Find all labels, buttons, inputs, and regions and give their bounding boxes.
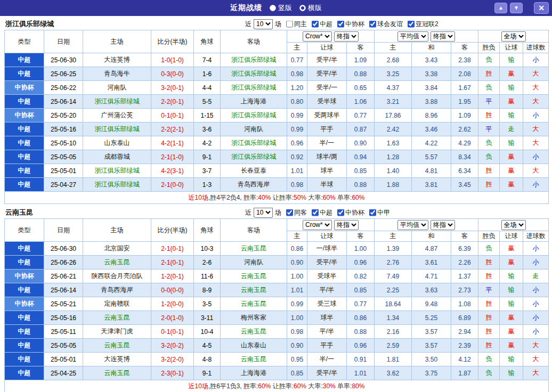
summary-segment: 近10场	[189, 382, 208, 390]
match-type-cell: 中超	[5, 150, 44, 164]
filter-checkbox[interactable]	[337, 20, 344, 27]
match-row: 中超25-06-14青岛西海岸0-0(0-0)8-9云南玉昆1.01平/半0.8…	[5, 283, 549, 297]
handicap-result-cell: 赢	[500, 311, 523, 325]
close-button[interactable]: ✕	[534, 2, 549, 14]
layout-radio-vertical[interactable]: 竖版	[270, 3, 292, 13]
col-header-type: 类型	[5, 219, 44, 242]
col-header-corners: 角球	[194, 219, 221, 242]
avg-draw-cell: 5.25	[412, 311, 451, 325]
corners-cell: 2-6	[194, 256, 221, 270]
filter-option[interactable]: 中协杯	[337, 208, 364, 217]
handicap-cell: 受半/一	[307, 81, 347, 95]
filter-option[interactable]: 球会友谊	[369, 19, 403, 28]
home-team-cell: 云南玉昆	[83, 366, 151, 380]
handicap-cell: 平手	[307, 339, 347, 353]
filter-option[interactable]: 同客	[286, 208, 307, 217]
match-row: 中超25-06-30北京国安2-1(0-1)10-3云南玉昆0.86一/球半1.…	[5, 242, 549, 256]
filter-checkbox[interactable]	[337, 209, 344, 216]
section-summary: 近10场,胜4平2负4, 胜率:40% 让胜率:50% 大率:60% 单率:60…	[5, 192, 549, 204]
match-row: 中超25-04-25云南玉昆2-3(0-1)9-1上海海港0.85受平/半1.0…	[5, 366, 549, 380]
result-cell: 胜	[478, 109, 500, 123]
filter-checkbox-label: 中超	[320, 19, 332, 28]
avg-draw-cell: 9.48	[412, 297, 451, 311]
match-type-cell: 中超	[5, 53, 44, 67]
match-type-cell: 中超	[5, 67, 44, 81]
average-select[interactable]: 平均值	[397, 220, 428, 230]
match-row: 中超25-05-16浙江俱乐部绿城2-2(2-1)3-6河南队0.99平手0.8…	[5, 123, 549, 136]
bookmaker-select[interactable]: Crow*	[303, 31, 332, 42]
away-odds-cell: 0.96	[347, 256, 375, 270]
goals-result-cell: 大	[523, 164, 549, 178]
corners-cell: 1-6	[194, 67, 221, 81]
filter-checkbox[interactable]	[286, 20, 293, 27]
corners-cell: 3-6	[194, 123, 221, 136]
score-cell: 4-2(3-1)	[151, 164, 194, 178]
summary-segment: 大率:	[306, 194, 323, 201]
scroll-down-button[interactable]: ▼	[510, 3, 523, 13]
layout-radio-horizontal[interactable]: 横版	[299, 3, 322, 13]
bookmaker-stage-select[interactable]: 终指	[334, 220, 359, 230]
results-table: 类型 日期 主场 比分(半场) 角球 客场 Crow*终指 平均值终指	[4, 30, 549, 204]
match-date-cell: 25-05-10	[44, 136, 83, 150]
filter-option[interactable]: 中协杯	[337, 19, 364, 28]
scope-select[interactable]: 全场	[501, 31, 526, 42]
match-date-cell: 25-05-05	[44, 150, 83, 164]
filter-option[interactable]: 亚冠联2	[408, 19, 439, 28]
filter-option[interactable]: 中超	[312, 19, 332, 28]
home-odds-cell: 1.00	[287, 270, 307, 283]
summary-segment: 单率:	[336, 382, 352, 390]
avg-home-cell: 18.64	[375, 297, 412, 311]
match-type-cell: 中超	[5, 178, 44, 192]
away-odds-cell: 1.09	[347, 53, 375, 67]
scroll-up-button[interactable]: ▲	[494, 3, 507, 13]
filter-checkbox[interactable]	[312, 209, 319, 216]
home-odds-cell: 1.01	[287, 164, 307, 178]
avg-home-cell: 1.88	[375, 178, 412, 192]
match-count-select[interactable]: 10	[254, 207, 273, 217]
subcol-home-odds: 主	[287, 43, 307, 53]
avg-home-cell: 3.25	[375, 67, 412, 81]
filter-checkbox[interactable]	[286, 209, 293, 216]
filter-option[interactable]: 中甲	[369, 208, 390, 217]
filter-checkbox[interactable]	[312, 20, 319, 27]
corners-cell: 4-2	[194, 136, 221, 150]
corners-cell: 4-5	[194, 339, 221, 353]
average-stage-select[interactable]: 终指	[431, 31, 455, 42]
filter-checkbox[interactable]	[369, 209, 376, 216]
score-cell: 1-2(0-1)	[151, 270, 194, 283]
filter-checkbox[interactable]	[369, 20, 376, 27]
score-cell: 0-1(0-1)	[151, 325, 194, 339]
filter-checkbox-label: 中协杯	[345, 208, 364, 217]
bookmaker-stage-select[interactable]: 终指	[334, 31, 359, 42]
avg-away-cell: 2.62	[451, 123, 478, 136]
subcol-handicap-result: 让球	[500, 231, 523, 242]
match-count-select[interactable]: 10	[254, 19, 273, 29]
home-team-cell: 陕西联合月亮泊队	[83, 270, 151, 283]
avg-home-cell: 7.49	[375, 270, 412, 283]
match-row: 中超25-05-01浙江俱乐部绿城4-2(3-1)3-7长春亚泰1.01球半0.…	[5, 164, 549, 178]
filter-option[interactable]: 中超	[312, 208, 332, 217]
match-date-cell: 25-06-26	[44, 256, 83, 270]
home-team-cell: 天津津门虎	[83, 325, 151, 339]
match-type-cell: 中超	[5, 95, 44, 109]
average-stage-select[interactable]: 终指	[431, 220, 455, 230]
col-header-corners: 角球	[194, 30, 221, 53]
score-cell: 3-2(0-1)	[151, 81, 194, 95]
score-cell: 2-1(0-1)	[151, 256, 194, 270]
bookmaker-select[interactable]: Crow*	[303, 220, 332, 230]
average-select[interactable]: 平均值	[397, 31, 428, 42]
filter-checkbox[interactable]	[408, 20, 415, 27]
filter-option[interactable]: 同主	[286, 19, 307, 28]
section-summary: 近10场,胜6平1负3, 胜率:60% 让胜率:60% 大率:30% 单率:80…	[5, 380, 549, 392]
goals-result-cell: 小	[523, 256, 549, 270]
handicap-cell: 受平/半	[307, 53, 347, 67]
scope-select[interactable]: 全场	[501, 220, 526, 230]
avg-away-cell: 2.26	[451, 256, 478, 270]
summary-segment: 近10场	[189, 194, 208, 201]
filter-checkbox-label: 同主	[294, 19, 307, 28]
subcol-handicap: 让球	[307, 43, 347, 53]
subcol-goals-result: 进球数	[523, 43, 549, 53]
home-team-cell: 定南赣联	[83, 297, 151, 311]
corners-cell: 4-4	[194, 81, 221, 95]
avg-draw-cell: 3.43	[412, 53, 451, 67]
